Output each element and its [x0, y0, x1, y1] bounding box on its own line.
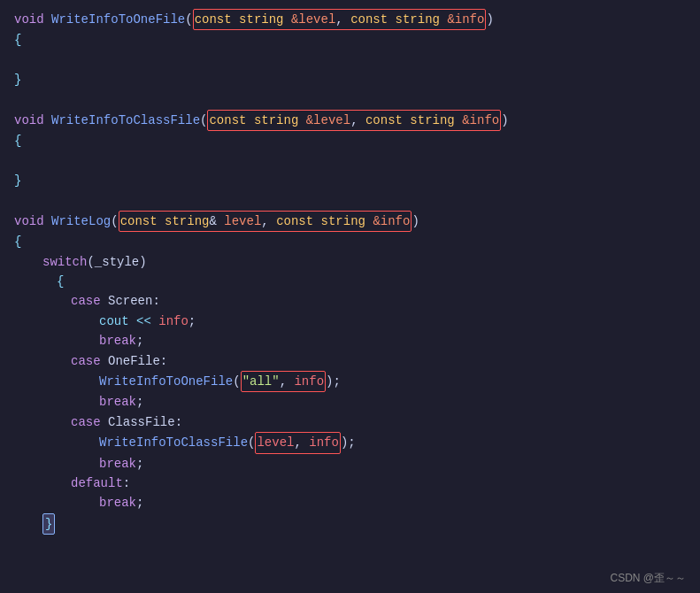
line-15: case Screen: — [0, 291, 700, 311]
line-20: break; — [0, 392, 700, 412]
line-10 — [0, 191, 700, 211]
line-12: { — [0, 232, 700, 251]
keyword-case-1: case — [71, 291, 108, 311]
keyword-default: default — [71, 474, 123, 493]
line-24: default: — [0, 474, 700, 493]
call-name-2: WriteInfoToClassFile — [99, 433, 248, 452]
param-highlight-3: const string& level, const string &info — [119, 211, 412, 232]
call-highlight-2: level, info — [255, 432, 340, 453]
line-2: { — [0, 30, 700, 50]
func-name-1: WriteInfoToOneFile — [51, 10, 185, 29]
line-25: break; — [0, 493, 700, 512]
param-highlight-1: const string &level, const string &info — [193, 9, 487, 30]
line-3 — [0, 50, 700, 70]
line-22: WriteInfoToClassFile(level, info); — [0, 432, 700, 453]
line-13: switch(_style) — [0, 252, 700, 272]
call-name-1: WriteInfoToOneFile — [99, 372, 233, 391]
func-name-2: WriteInfoToClassFile — [51, 111, 200, 130]
keyword-break-1: break — [99, 331, 136, 350]
keyword-break-4: break — [99, 493, 136, 512]
keyword-break-3: break — [99, 454, 136, 474]
param-highlight-2: const string &level, const string &info — [207, 110, 501, 131]
keyword-switch: switch — [42, 252, 87, 272]
keyword-void-2: void — [14, 111, 51, 130]
keyword-case-3: case — [71, 412, 108, 432]
line-26: } — [0, 513, 700, 535]
watermark: CSDN @歪～～ — [610, 571, 686, 586]
line-7: { — [0, 131, 700, 150]
line-4: } — [0, 70, 700, 89]
line-1: void WriteInfoToOneFile(const string &le… — [0, 9, 700, 30]
line-8 — [0, 151, 700, 171]
keyword-break-2: break — [99, 392, 136, 412]
line-14: { — [0, 272, 700, 291]
func-name-3: WriteLog — [51, 212, 111, 231]
call-highlight-1: "all", info — [241, 371, 326, 392]
keyword-case-2: case — [71, 351, 108, 371]
keyword-void: void — [14, 10, 51, 29]
line-6: void WriteInfoToClassFile(const string &… — [0, 110, 700, 131]
line-5 — [0, 90, 700, 110]
keyword-void-3: void — [14, 212, 51, 231]
closing-brace-highlight: } — [42, 513, 55, 535]
line-19: WriteInfoToOneFile("all", info); — [0, 371, 700, 392]
line-21: case ClassFile: — [0, 412, 700, 432]
line-9: } — [0, 171, 700, 190]
line-18: case OneFile: — [0, 351, 700, 371]
line-11: void WriteLog(const string& level, const… — [0, 211, 700, 232]
code-editor: void WriteInfoToOneFile(const string &le… — [0, 0, 700, 543]
line-16: cout << info; — [0, 312, 700, 331]
line-23: break; — [0, 454, 700, 474]
line-17: break; — [0, 331, 700, 350]
